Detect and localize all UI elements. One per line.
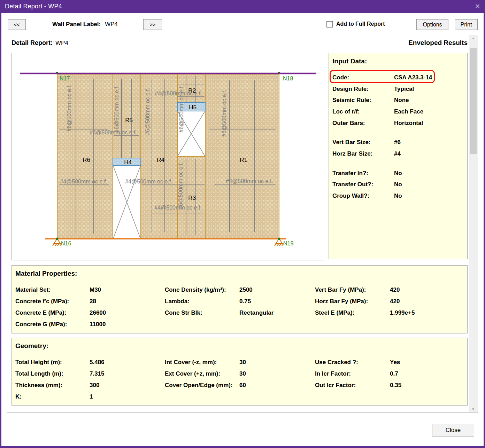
wall-panel-label: Wall Panel Label:WP4	[52, 21, 118, 28]
material-row: Concrete G (MPa):11000	[15, 321, 162, 329]
add-to-full-report-label: Add to Full Report	[336, 21, 385, 27]
input-row-transfer-in: Transfer In?:No	[332, 170, 465, 178]
title-bar: Detail Report - WP4 ✕	[0, 0, 485, 13]
geometry-row: Cover Open/Edge (mm):60	[165, 382, 311, 390]
material-properties-panel: Material Properties: Material Set:M30 Co…	[11, 265, 468, 333]
window-border-bottom	[0, 446, 485, 448]
window-border-left	[0, 0, 1, 448]
report-heading: Detail Report:WP4	[11, 39, 68, 47]
geometry-title: Geometry:	[15, 342, 48, 350]
report-heading-label: Detail Report:	[11, 39, 53, 46]
material-row: Concrete f'c (MPa):28	[15, 298, 162, 306]
report-heading-value: WP4	[55, 40, 68, 46]
material-row: Conc Str Blk:Rectangular	[165, 309, 311, 317]
scrollbar-thumb[interactable]	[470, 48, 477, 154]
region-label-r6: R6	[83, 157, 90, 163]
region-label-r2: R2	[188, 87, 196, 94]
rebar-label-v: #6@500mm oc e.f.	[114, 85, 120, 132]
material-row: Concrete E (MPa):26600	[15, 309, 162, 317]
enveloped-results-label: Enveloped Results	[363, 39, 468, 47]
input-row-transfer-out: Transfer Out?:No	[332, 181, 465, 189]
rebar-label-v: #6@500mm oc e.f.	[145, 88, 151, 135]
opening-h4	[113, 166, 141, 239]
input-data-panel: Input Data: Code:CSA A23.3-14 Design Rul…	[329, 53, 468, 259]
input-row-design-rule: Design Rule:Typical	[332, 86, 465, 93]
input-row-outer-bars: Outer Bars:Horizontal	[332, 120, 465, 127]
scrollbar-down-icon[interactable]: ▼	[469, 406, 478, 412]
material-row: Conc Density (kg/m³):2500	[165, 286, 311, 294]
region-label-r4: R4	[157, 157, 164, 163]
node-label-n16: N16	[61, 241, 71, 246]
input-row-seismic-rule: Seismic Rule:None	[332, 97, 465, 104]
print-button[interactable]: Print	[455, 19, 478, 30]
detail-report-window: Detail Report - WP4 ✕ << Wall Panel Labe…	[0, 0, 485, 448]
node-label-n17: N17	[60, 76, 70, 81]
close-icon[interactable]: ✕	[475, 0, 480, 13]
header-h4: H4	[113, 158, 141, 166]
rebar-label-v: #6@500mm oc e.f.	[221, 89, 227, 136]
material-row: Steel E (MPa):1.999e+5	[315, 309, 461, 317]
rebar-label-v: #6@500mm oc e.f.	[66, 84, 72, 131]
geometry-row: Out Icr Factor:0.35	[315, 382, 461, 390]
geometry-row: K:1	[15, 393, 162, 401]
top-line-tick-left	[56, 72, 58, 74]
previous-panel-button[interactable]: <<	[8, 19, 26, 30]
window-title: Detail Report - WP4	[5, 0, 62, 13]
header-h5-label: H5	[189, 104, 197, 111]
geometry-row: Thickness (mm):300	[15, 382, 162, 390]
window-border-right	[484, 0, 485, 448]
node-label-n18: N18	[283, 76, 293, 81]
input-row-group-wall: Group Wall?:No	[332, 192, 465, 200]
input-row-horz-bar-size: Horz Bar Size:#4	[332, 150, 465, 158]
geometry-row: Use Cracked ?:Yes	[315, 359, 461, 367]
region-label-r5: R5	[125, 117, 133, 124]
wall-panel-value: WP4	[105, 21, 118, 27]
geometry-row: Ext Cover (+z, mm):30	[165, 370, 311, 378]
vertical-scrollbar[interactable]: ▲ ▼	[469, 35, 478, 412]
material-properties-title: Material Properties:	[15, 270, 77, 277]
geometry-row: Total Height (m):5.486	[15, 359, 162, 367]
input-row-code: Code:CSA A23.3-14	[332, 74, 465, 82]
geometry-row: Int Cover (-z, mm):30	[165, 359, 311, 367]
material-row: Horz Bar Fy (MPa):420	[315, 298, 461, 306]
material-row: Lambda:0.75	[165, 298, 311, 306]
add-to-full-report-checkbox[interactable]	[326, 21, 333, 27]
rebar-label-h: #4@500mm oc e.f.	[125, 179, 172, 184]
rebar-label-h: #4@500mm oc e.f.	[154, 205, 201, 211]
options-button[interactable]: Options	[416, 19, 448, 30]
rebar-label-h: #4@500mm oc e.f.	[90, 129, 137, 135]
scrollbar-up-icon[interactable]: ▲	[469, 35, 478, 41]
wall-panel-diagram: H4 H5 #6@500mm oc e.f. #6@500mm oc e.f. …	[11, 53, 324, 260]
input-row-vert-bar-size: Vert Bar Size:#6	[332, 139, 465, 147]
rebar-label-h: #4@500mm oc e.f.	[226, 178, 273, 184]
close-button[interactable]: Close	[432, 424, 474, 437]
next-panel-button[interactable]: >>	[143, 19, 162, 30]
top-line-tick-right	[278, 72, 280, 74]
header-h4-label: H4	[124, 159, 132, 166]
input-data-title: Input Data:	[332, 57, 367, 65]
geometry-row: Total Length (m):7.315	[15, 370, 162, 378]
region-label-r3: R3	[188, 195, 196, 201]
geometry-row: In Icr Factor:0.7	[315, 370, 461, 378]
wall-diagram-svg: H4 H5 #6@500mm oc e.f. #6@500mm oc e.f. …	[12, 53, 324, 260]
rebar-label-h: #4@500mm oc e.f.	[60, 179, 107, 184]
material-row: Vert Bar Fy (MPa):420	[315, 286, 461, 294]
input-row-loc-of-rf: Loc of r/f:Each Face	[332, 108, 465, 116]
geometry-panel: Geometry: Total Height (m):5.486 Total L…	[11, 338, 468, 406]
node-label-n19: N19	[283, 241, 293, 246]
region-label-r1: R1	[240, 157, 247, 163]
rebar-label-v: #6@500mm oc e.f.	[178, 162, 184, 209]
wall-panel-label-text: Wall Panel Label:	[52, 21, 101, 27]
material-row: Material Set:M30	[15, 286, 162, 294]
